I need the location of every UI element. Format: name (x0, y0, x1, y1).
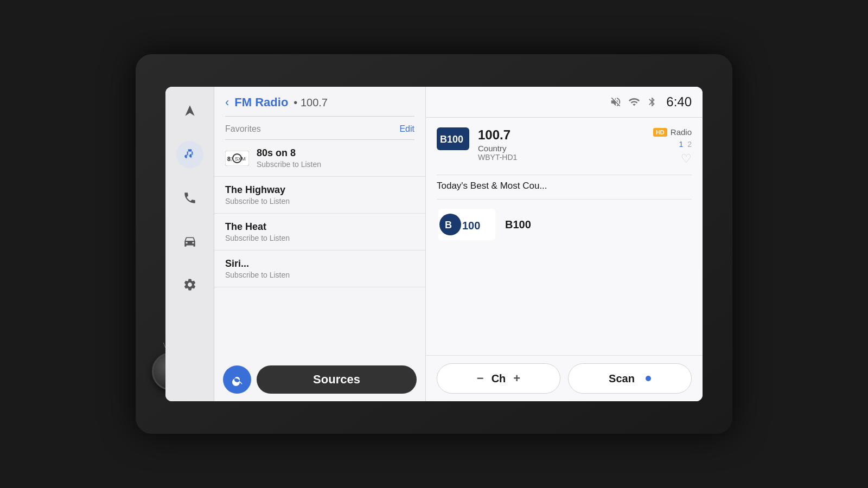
favorite-item-highway[interactable]: The Highway Subscribe to Listen (214, 177, 425, 214)
fav-sub-80s: Subscribe to Listen (257, 160, 321, 169)
right-header: 6:40 (426, 87, 703, 117)
infotainment-screen: ‹ FM Radio • 100.7 Favorites Edit 8 (165, 87, 703, 401)
panel-subtitle: • 100.7 (293, 97, 328, 109)
car-bezel: VOL (136, 54, 732, 434)
svg-text:100: 100 (462, 220, 480, 232)
heart-icon[interactable]: ♡ (681, 152, 692, 166)
svg-text:8⃝: 8⃝ (227, 156, 232, 162)
scan-indicator-dot (646, 376, 651, 381)
bluetooth-icon (647, 97, 658, 107)
hd-icon: HD (653, 128, 667, 137)
fav-sub-heat: Subscribe to Listen (225, 234, 414, 242)
status-icons (610, 96, 658, 108)
right-bottom-controls: − Ch + Scan (426, 355, 703, 401)
svg-text:B: B (445, 220, 452, 230)
channel-controls[interactable]: − Ch + (437, 363, 560, 394)
sidebar-icon-settings[interactable] (176, 271, 203, 298)
sidebar-icon-music[interactable] (176, 141, 203, 168)
sources-button[interactable]: Sources (257, 365, 417, 394)
station-right-info: HD Radio 1 2 ♡ (653, 127, 692, 166)
status-time: 6:40 (666, 94, 692, 110)
hd-ch1[interactable]: 1 (679, 140, 684, 149)
search-button[interactable] (223, 365, 251, 394)
panel-header: ‹ FM Radio • 100.7 (214, 87, 425, 116)
b100-logo: B 100 (437, 208, 496, 241)
fav-name-80s: 80s on 8 (257, 147, 321, 159)
hd-channels: 1 2 (679, 140, 692, 149)
fav-info-80s: 80s on 8 Subscribe to Listen (257, 147, 321, 169)
hd-badge: HD Radio (653, 127, 692, 137)
left-panel: ‹ FM Radio • 100.7 Favorites Edit 8 (214, 87, 426, 401)
mute-icon (610, 96, 622, 108)
b100-name: B100 (505, 219, 531, 231)
scan-label: Scan (609, 373, 635, 385)
station-logo: B100 (437, 127, 469, 150)
sidebar (165, 87, 214, 401)
fav-name-siri: Siri... (225, 258, 414, 269)
fav-info-siri: Siri... Subscribe to Listen (225, 258, 414, 279)
favorite-item-row: 8⃝ SXM 80s on 8 Subscribe to Listen (225, 147, 414, 169)
sidebar-icon-car[interactable] (176, 228, 203, 255)
back-button[interactable]: ‹ (225, 95, 229, 110)
section-header: Favorites Edit (214, 117, 425, 139)
fav-sub-siri: Subscribe to Listen (225, 271, 414, 279)
ch-label: Ch (492, 373, 506, 385)
hd-ch2[interactable]: 2 (687, 140, 692, 149)
no-signal-icon (628, 96, 640, 108)
sidebar-icon-navigation[interactable] (176, 98, 203, 125)
svg-text:SXM: SXM (235, 156, 246, 162)
left-bottom-bar: Sources (214, 358, 425, 401)
scan-button[interactable]: Scan (568, 363, 692, 394)
hd-label: Radio (671, 127, 692, 137)
ch-plus-label[interactable]: + (513, 371, 520, 386)
panel-title: FM Radio (234, 95, 288, 110)
b100-section[interactable]: B 100 B100 (426, 200, 703, 249)
sidebar-icon-phone[interactable] (176, 184, 203, 211)
fav-name-heat: The Heat (225, 221, 414, 233)
station-genre: Country (478, 144, 644, 153)
fav-info-heat: The Heat Subscribe to Listen (225, 221, 414, 242)
section-label: Favorites (225, 124, 261, 134)
ch-minus-label[interactable]: − (477, 371, 484, 386)
fav-info-highway: The Highway Subscribe to Listen (225, 184, 414, 206)
fav-name-highway: The Highway (225, 184, 414, 196)
now-playing: B100 100.7 Country WBYT-HD1 HD Radio 1 2 (426, 118, 703, 175)
favorite-item-siri[interactable]: Siri... Subscribe to Listen (214, 251, 425, 287)
fav-sub-highway: Subscribe to Listen (225, 197, 414, 206)
edit-button[interactable]: Edit (399, 124, 414, 134)
favorite-item-heat[interactable]: The Heat Subscribe to Listen (214, 214, 425, 251)
bose-logo: 8⃝ SXM (225, 151, 249, 166)
favorite-item-80s-on-8[interactable]: 8⃝ SXM 80s on 8 Subscribe to Listen (214, 140, 425, 177)
station-description: Today's Best & Most Cou... (426, 175, 703, 199)
station-callsign: WBYT-HD1 (478, 153, 644, 162)
svg-text:B100: B100 (440, 134, 463, 145)
station-info: 100.7 Country WBYT-HD1 (478, 127, 644, 162)
right-panel: 6:40 B100 100.7 Country WBYT-HD1 (426, 87, 703, 401)
station-frequency: 100.7 (478, 127, 644, 143)
